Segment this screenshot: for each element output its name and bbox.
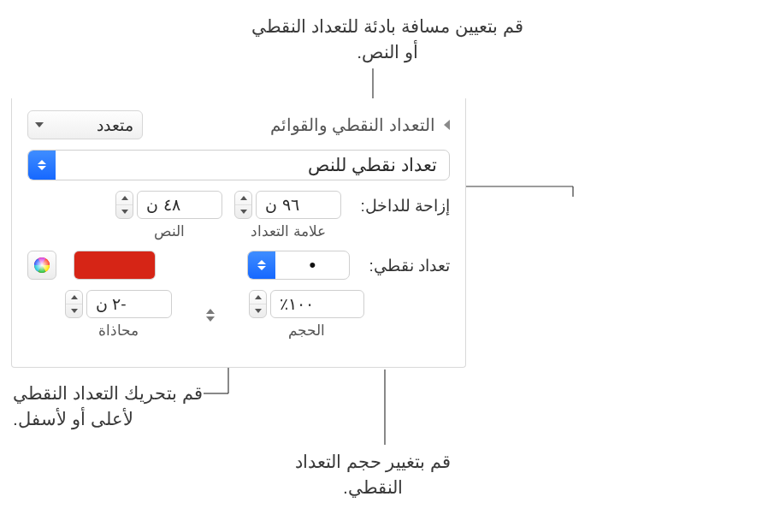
list-style-popup[interactable]: متعدد bbox=[27, 110, 143, 139]
bullet-indent-field[interactable]: ٩٦ ن bbox=[256, 191, 341, 219]
bullet-align-caption: محاذاة bbox=[98, 322, 139, 340]
bullet-type-value: تعداد نقطي للنص bbox=[56, 155, 449, 175]
text-indent-stepper[interactable] bbox=[115, 191, 133, 219]
bullet-align-stepper[interactable] bbox=[65, 290, 83, 318]
bullets-lists-panel: التعداد النقطي والقوائم متعدد تعداد نقطي… bbox=[11, 98, 466, 368]
callout-resize-bullet: قم بتغيير حجم التعداد النقطي. bbox=[270, 449, 476, 501]
color-fill bbox=[74, 251, 155, 279]
text-indent-caption: النص bbox=[154, 222, 185, 240]
chevron-down-icon bbox=[35, 122, 44, 127]
popup-stepper-icon bbox=[248, 251, 275, 279]
indent-label: إزاحة للداخل: bbox=[360, 196, 450, 216]
chevron-left-icon[interactable] bbox=[444, 120, 450, 130]
bullet-color-swatch[interactable] bbox=[74, 251, 156, 280]
bullet-align-field[interactable]: -٢ ن bbox=[86, 290, 172, 318]
bullet-size-caption: الحجم bbox=[288, 322, 325, 340]
svg-point-12 bbox=[34, 257, 50, 273]
callout-indent: قم بتعيين مسافة بادئة للتعداد النقطي أو … bbox=[251, 14, 524, 66]
popup-stepper-icon bbox=[28, 151, 56, 180]
align-vertical-icon bbox=[201, 305, 220, 324]
list-style-value: متعدد bbox=[97, 115, 133, 135]
color-wheel-icon bbox=[32, 256, 51, 275]
text-indent-field[interactable]: ٤٨ ن bbox=[137, 191, 222, 219]
bullet-glyph-label: تعداد نقطي: bbox=[369, 256, 450, 275]
bullet-indent-stepper[interactable] bbox=[234, 191, 252, 219]
bullet-size-stepper[interactable] bbox=[249, 290, 267, 318]
callout-move-bullet: قم بتحريك التعداد النقطي لأعلى أو لأسفل. bbox=[13, 381, 205, 433]
color-wheel-button[interactable] bbox=[27, 251, 56, 280]
bullet-glyph-popup[interactable]: • bbox=[247, 251, 350, 280]
bullet-type-popup[interactable]: تعداد نقطي للنص bbox=[27, 150, 450, 180]
bullet-size-field[interactable]: ١٠٠٪ bbox=[270, 290, 364, 318]
bullet-glyph-value: • bbox=[275, 254, 349, 276]
section-title: التعداد النقطي والقوائم bbox=[143, 115, 435, 135]
bullet-indent-caption: علامة التعداد bbox=[251, 222, 326, 240]
